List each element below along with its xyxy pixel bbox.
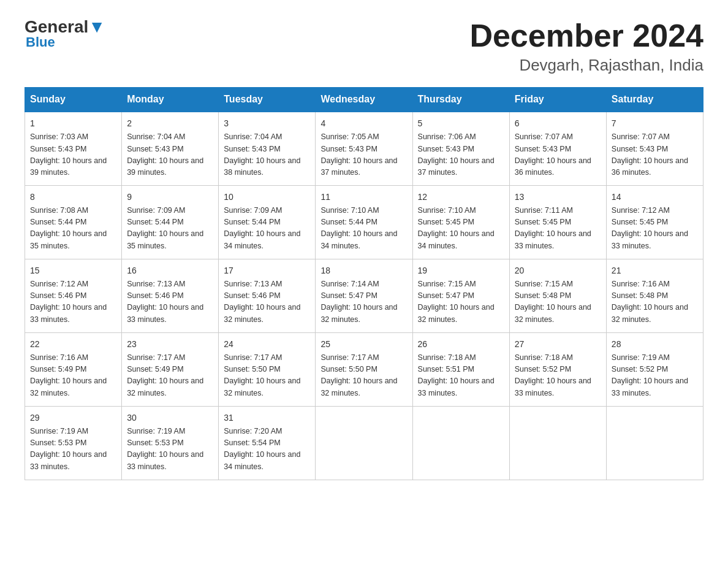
calendar-table: SundayMondayTuesdayWednesdayThursdayFrid… <box>25 87 703 480</box>
day-info: Sunrise: 7:19 AMSunset: 5:53 PMDaylight:… <box>30 426 116 473</box>
title-block: December 2024 Devgarh, Rajasthan, India <box>469 18 703 75</box>
col-header-saturday: Saturday <box>606 88 703 112</box>
calendar-cell <box>316 406 412 480</box>
day-number: 25 <box>320 338 407 351</box>
subtitle: Devgarh, Rajasthan, India <box>469 56 703 75</box>
calendar-cell: 27Sunrise: 7:18 AMSunset: 5:52 PMDayligh… <box>509 332 606 406</box>
day-info: Sunrise: 7:08 AMSunset: 5:44 PMDaylight:… <box>30 205 116 253</box>
day-number: 7 <box>612 117 698 130</box>
day-info: Sunrise: 7:18 AMSunset: 5:52 PMDaylight:… <box>515 352 601 400</box>
calendar-cell: 31Sunrise: 7:20 AMSunset: 5:54 PMDayligh… <box>219 406 316 480</box>
calendar-cell: 21Sunrise: 7:16 AMSunset: 5:48 PMDayligh… <box>606 259 703 332</box>
calendar-cell: 2Sunrise: 7:04 AMSunset: 5:43 PMDaylight… <box>122 112 219 185</box>
day-info: Sunrise: 7:15 AMSunset: 5:47 PMDaylight:… <box>418 278 504 326</box>
week-row-2: 8Sunrise: 7:08 AMSunset: 5:44 PMDaylight… <box>25 185 703 259</box>
day-number: 13 <box>515 191 601 204</box>
calendar-cell: 4Sunrise: 7:05 AMSunset: 5:43 PMDaylight… <box>316 112 412 185</box>
calendar-cell: 23Sunrise: 7:17 AMSunset: 5:49 PMDayligh… <box>122 332 219 406</box>
day-info: Sunrise: 7:16 AMSunset: 5:49 PMDaylight:… <box>30 352 116 400</box>
col-header-monday: Monday <box>122 88 219 112</box>
day-info: Sunrise: 7:09 AMSunset: 5:44 PMDaylight:… <box>224 205 310 253</box>
day-number: 3 <box>224 117 310 130</box>
day-info: Sunrise: 7:10 AMSunset: 5:45 PMDaylight:… <box>418 205 504 253</box>
day-info: Sunrise: 7:10 AMSunset: 5:44 PMDaylight:… <box>320 205 407 253</box>
day-info: Sunrise: 7:09 AMSunset: 5:44 PMDaylight:… <box>127 205 213 253</box>
day-number: 18 <box>320 264 407 277</box>
day-info: Sunrise: 7:15 AMSunset: 5:48 PMDaylight:… <box>515 278 601 326</box>
day-info: Sunrise: 7:07 AMSunset: 5:43 PMDaylight:… <box>515 131 601 179</box>
week-row-1: 1Sunrise: 7:03 AMSunset: 5:43 PMDaylight… <box>25 112 703 185</box>
col-header-thursday: Thursday <box>412 88 509 112</box>
day-number: 2 <box>127 117 213 130</box>
calendar-cell <box>509 406 606 480</box>
day-number: 14 <box>612 191 698 204</box>
day-number: 16 <box>127 264 213 277</box>
col-header-friday: Friday <box>509 88 606 112</box>
calendar-cell: 28Sunrise: 7:19 AMSunset: 5:52 PMDayligh… <box>606 332 703 406</box>
day-number: 26 <box>418 338 504 351</box>
calendar-cell: 16Sunrise: 7:13 AMSunset: 5:46 PMDayligh… <box>122 259 219 332</box>
logo-general: General▼ <box>25 18 105 36</box>
calendar-cell: 15Sunrise: 7:12 AMSunset: 5:46 PMDayligh… <box>25 259 122 332</box>
day-number: 17 <box>224 264 310 277</box>
day-info: Sunrise: 7:11 AMSunset: 5:45 PMDaylight:… <box>515 205 601 253</box>
calendar-cell: 26Sunrise: 7:18 AMSunset: 5:51 PMDayligh… <box>412 332 509 406</box>
day-number: 29 <box>30 412 116 424</box>
day-info: Sunrise: 7:19 AMSunset: 5:53 PMDaylight:… <box>127 426 213 473</box>
day-info: Sunrise: 7:05 AMSunset: 5:43 PMDaylight:… <box>320 131 407 179</box>
day-number: 5 <box>418 117 504 130</box>
day-number: 31 <box>224 412 310 424</box>
day-number: 19 <box>418 264 504 277</box>
day-info: Sunrise: 7:18 AMSunset: 5:51 PMDaylight:… <box>418 352 504 400</box>
calendar-cell: 17Sunrise: 7:13 AMSunset: 5:46 PMDayligh… <box>219 259 316 332</box>
calendar-cell: 7Sunrise: 7:07 AMSunset: 5:43 PMDaylight… <box>606 112 703 185</box>
day-number: 24 <box>224 338 310 351</box>
calendar-cell: 12Sunrise: 7:10 AMSunset: 5:45 PMDayligh… <box>412 185 509 259</box>
calendar-cell: 30Sunrise: 7:19 AMSunset: 5:53 PMDayligh… <box>122 406 219 480</box>
day-info: Sunrise: 7:19 AMSunset: 5:52 PMDaylight:… <box>612 352 698 400</box>
logo-triangle-icon: ▼ <box>88 17 105 36</box>
col-header-tuesday: Tuesday <box>219 88 316 112</box>
day-info: Sunrise: 7:03 AMSunset: 5:43 PMDaylight:… <box>30 131 116 179</box>
day-info: Sunrise: 7:04 AMSunset: 5:43 PMDaylight:… <box>127 131 213 179</box>
calendar-cell: 5Sunrise: 7:06 AMSunset: 5:43 PMDaylight… <box>412 112 509 185</box>
calendar-cell: 10Sunrise: 7:09 AMSunset: 5:44 PMDayligh… <box>219 185 316 259</box>
calendar-cell: 29Sunrise: 7:19 AMSunset: 5:53 PMDayligh… <box>25 406 122 480</box>
col-header-sunday: Sunday <box>25 88 122 112</box>
day-number: 27 <box>515 338 601 351</box>
day-info: Sunrise: 7:04 AMSunset: 5:43 PMDaylight:… <box>224 131 310 179</box>
calendar-cell: 25Sunrise: 7:17 AMSunset: 5:50 PMDayligh… <box>316 332 412 406</box>
day-number: 1 <box>30 117 116 130</box>
day-number: 22 <box>30 338 116 351</box>
calendar-cell <box>606 406 703 480</box>
day-info: Sunrise: 7:17 AMSunset: 5:49 PMDaylight:… <box>127 352 213 400</box>
calendar-cell: 24Sunrise: 7:17 AMSunset: 5:50 PMDayligh… <box>219 332 316 406</box>
week-row-4: 22Sunrise: 7:16 AMSunset: 5:49 PMDayligh… <box>25 332 703 406</box>
day-number: 15 <box>30 264 116 277</box>
calendar-cell: 6Sunrise: 7:07 AMSunset: 5:43 PMDaylight… <box>509 112 606 185</box>
calendar-cell: 3Sunrise: 7:04 AMSunset: 5:43 PMDaylight… <box>219 112 316 185</box>
day-info: Sunrise: 7:13 AMSunset: 5:46 PMDaylight:… <box>224 278 310 326</box>
calendar-header-row: SundayMondayTuesdayWednesdayThursdayFrid… <box>25 88 703 112</box>
day-number: 23 <box>127 338 213 351</box>
calendar-cell: 8Sunrise: 7:08 AMSunset: 5:44 PMDaylight… <box>25 185 122 259</box>
day-number: 30 <box>127 412 213 424</box>
day-number: 6 <box>515 117 601 130</box>
day-info: Sunrise: 7:06 AMSunset: 5:43 PMDaylight:… <box>418 131 504 179</box>
day-info: Sunrise: 7:17 AMSunset: 5:50 PMDaylight:… <box>320 352 407 400</box>
day-number: 11 <box>320 191 407 204</box>
week-row-3: 15Sunrise: 7:12 AMSunset: 5:46 PMDayligh… <box>25 259 703 332</box>
calendar-cell: 19Sunrise: 7:15 AMSunset: 5:47 PMDayligh… <box>412 259 509 332</box>
logo: General▼ Blue <box>25 18 105 50</box>
day-number: 21 <box>612 264 698 277</box>
calendar-cell <box>412 406 509 480</box>
day-info: Sunrise: 7:16 AMSunset: 5:48 PMDaylight:… <box>612 278 698 326</box>
calendar-cell: 18Sunrise: 7:14 AMSunset: 5:47 PMDayligh… <box>316 259 412 332</box>
day-number: 12 <box>418 191 504 204</box>
day-info: Sunrise: 7:14 AMSunset: 5:47 PMDaylight:… <box>320 278 407 326</box>
calendar-cell: 14Sunrise: 7:12 AMSunset: 5:45 PMDayligh… <box>606 185 703 259</box>
day-number: 9 <box>127 191 213 204</box>
calendar-cell: 13Sunrise: 7:11 AMSunset: 5:45 PMDayligh… <box>509 185 606 259</box>
day-number: 28 <box>612 338 698 351</box>
logo-blue: Blue <box>26 34 55 50</box>
